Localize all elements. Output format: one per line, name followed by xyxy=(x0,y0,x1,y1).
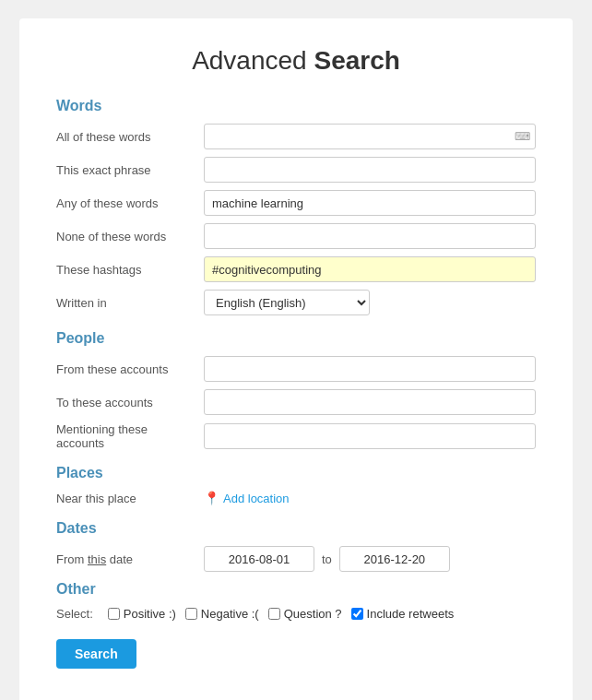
date-range: to xyxy=(204,546,536,572)
keyboard-icon: ⌨ xyxy=(515,130,530,143)
positive-checkbox[interactable] xyxy=(108,608,120,620)
question-label: Question ? xyxy=(284,607,342,621)
from-accounts-row: From these accounts xyxy=(56,356,536,382)
to-accounts-label: To these accounts xyxy=(56,396,204,409)
none-words-label: None of these words xyxy=(56,230,204,243)
hashtags-row: These hashtags xyxy=(56,256,536,282)
exact-phrase-row: This exact phrase xyxy=(56,157,536,183)
written-in-row: Written in English (English) French (Fra… xyxy=(56,290,536,315)
people-section-title: People xyxy=(56,330,536,347)
from-accounts-input[interactable] xyxy=(204,356,536,382)
dates-section-title: Dates xyxy=(56,520,536,537)
from-date-row: From this date to xyxy=(56,546,536,572)
words-section: Words All of these words ⌨ This exact ph… xyxy=(56,98,536,315)
hashtags-label: These hashtags xyxy=(56,263,204,277)
negative-label: Negative :( xyxy=(201,607,259,621)
to-accounts-row: To these accounts xyxy=(56,389,536,415)
exact-phrase-input[interactable] xyxy=(204,157,536,183)
main-container: Advanced Search Words All of these words… xyxy=(19,18,573,700)
from-date-label: From this date xyxy=(56,552,204,566)
from-accounts-label: From these accounts xyxy=(56,362,204,376)
all-words-row: All of these words ⌨ xyxy=(56,124,536,149)
all-words-input-wrapper: ⌨ xyxy=(204,124,536,149)
retweets-checkbox-item[interactable]: Include retweets xyxy=(351,607,455,621)
other-section-title: Other xyxy=(56,581,536,598)
mentioning-input[interactable] xyxy=(204,423,536,449)
retweets-checkbox[interactable] xyxy=(351,608,363,620)
negative-checkbox-item[interactable]: Negative :( xyxy=(185,607,259,621)
all-words-input[interactable] xyxy=(204,124,536,149)
written-in-label: Written in xyxy=(56,296,204,310)
language-select[interactable]: English (English) French (Français) Span… xyxy=(204,290,370,315)
from-date-label-highlight: this xyxy=(88,552,106,566)
add-location-label: Add location xyxy=(223,492,290,505)
near-place-label: Near this place xyxy=(56,492,204,505)
places-section-title: Places xyxy=(56,465,536,481)
any-words-input[interactable] xyxy=(204,190,536,216)
negative-checkbox[interactable] xyxy=(185,608,197,620)
people-section: People From these accounts To these acco… xyxy=(56,330,536,450)
retweets-label: Include retweets xyxy=(367,607,455,621)
positive-checkbox-item[interactable]: Positive :) xyxy=(108,607,176,621)
dates-section: Dates From this date to xyxy=(56,520,536,572)
date-to-input[interactable] xyxy=(339,546,450,572)
mentioning-row: Mentioning these accounts xyxy=(56,422,536,450)
all-words-label: All of these words xyxy=(56,130,204,144)
near-place-row: Near this place 📍 Add location xyxy=(56,491,536,505)
pin-icon: 📍 xyxy=(204,491,219,505)
other-section: Other Select: Positive :) Negative :( Qu… xyxy=(56,581,536,669)
search-button[interactable]: Search xyxy=(56,639,136,669)
select-label: Select: xyxy=(56,607,93,621)
hashtags-input[interactable] xyxy=(204,256,536,282)
page-title: Advanced Search xyxy=(56,46,536,76)
add-location-button[interactable]: 📍 Add location xyxy=(204,491,290,505)
none-words-row: None of these words xyxy=(56,223,536,249)
places-section: Places Near this place 📍 Add location xyxy=(56,465,536,505)
words-section-title: Words xyxy=(56,98,536,114)
exact-phrase-label: This exact phrase xyxy=(56,163,204,177)
positive-label: Positive :) xyxy=(124,607,176,621)
any-words-row: Any of these words xyxy=(56,190,536,216)
question-checkbox-item[interactable]: Question ? xyxy=(268,607,342,621)
date-from-input[interactable] xyxy=(204,546,314,572)
date-to-label: to xyxy=(322,552,332,566)
to-accounts-input[interactable] xyxy=(204,389,536,415)
none-words-input[interactable] xyxy=(204,223,536,249)
question-checkbox[interactable] xyxy=(268,608,280,620)
any-words-label: Any of these words xyxy=(56,196,204,210)
mentioning-label: Mentioning these accounts xyxy=(56,422,204,450)
other-select-row: Select: Positive :) Negative :( Question… xyxy=(56,607,536,621)
